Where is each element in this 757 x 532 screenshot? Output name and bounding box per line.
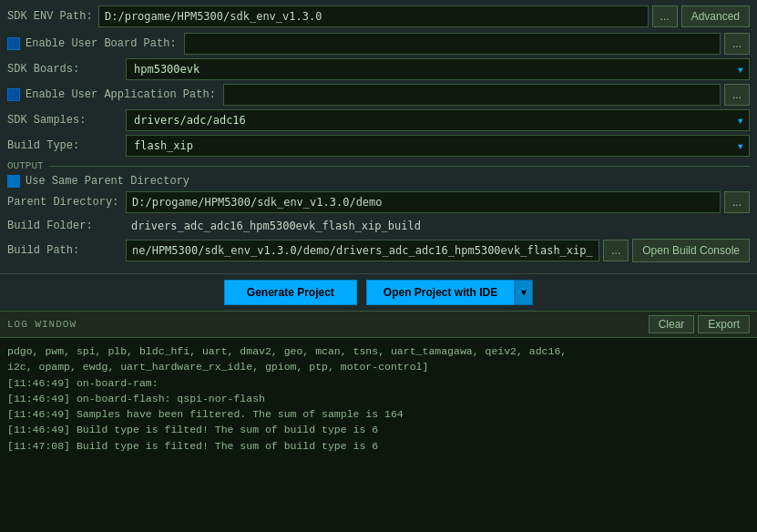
log-section: LOG WINDOW Clear Export pdgo, pwm, spi, …	[0, 311, 757, 532]
sdk-boards-label: SDK Boards:	[7, 63, 126, 76]
open-project-with-ide-button[interactable]: Open Project with IDE	[366, 280, 515, 305]
enable-user-board-row: Enable User Board Path: ...	[7, 33, 750, 55]
build-type-label: Build Type:	[7, 139, 126, 152]
user-board-browse-button[interactable]: ...	[724, 33, 750, 55]
advanced-button[interactable]: Advanced	[681, 5, 750, 27]
log-title: LOG WINDOW	[7, 319, 77, 330]
enable-user-app-row: Enable User Application Path: ...	[7, 84, 750, 106]
parent-directory-input[interactable]	[126, 191, 721, 213]
main-container: SDK ENV Path: ... Advanced Enable User B…	[0, 0, 757, 532]
sdk-samples-dropdown[interactable]: drivers/adc/adc16	[126, 109, 750, 131]
sdk-boards-dropdown-wrapper: hpm5300evk ▾	[126, 58, 750, 80]
build-type-dropdown[interactable]: flash_xip	[126, 135, 750, 157]
sdk-env-browse-button[interactable]: ...	[652, 5, 678, 27]
export-log-button[interactable]: Export	[698, 315, 750, 333]
parent-directory-row: Parent Directory: ...	[7, 191, 750, 213]
build-path-input[interactable]	[126, 240, 599, 261]
build-path-browse-button[interactable]: ...	[603, 240, 629, 261]
sdk-samples-dropdown-wrapper: drivers/adc/adc16 ▾	[126, 109, 750, 131]
enable-user-board-checkbox[interactable]	[7, 37, 20, 50]
log-content[interactable]: pdgo, pwm, spi, plb, bldc_hfi, uart, dma…	[0, 338, 757, 532]
parent-directory-browse-button[interactable]: ...	[724, 191, 750, 213]
log-actions: Clear Export	[649, 315, 750, 333]
log-line: [11:46:49] on-board-ram:	[7, 375, 750, 391]
sdk-boards-dropdown[interactable]: hpm5300evk	[126, 58, 750, 80]
output-header-line	[49, 166, 750, 167]
build-path-label: Build Path:	[7, 244, 126, 257]
open-ide-dropdown-button[interactable]: ▾	[515, 280, 533, 305]
output-title: OUTPUT	[7, 160, 44, 171]
log-line: i2c, opamp, ewdg, uart_hardware_rx_idle,…	[7, 359, 750, 374]
generate-project-button[interactable]: Generate Project	[224, 280, 357, 305]
build-folder-row: Build Folder: drivers_adc_adc16_hpm5300e…	[7, 217, 750, 235]
clear-log-button[interactable]: Clear	[649, 315, 695, 333]
build-type-dropdown-wrapper: flash_xip ▾	[126, 135, 750, 157]
sdk-boards-row: SDK Boards: hpm5300evk ▾	[7, 58, 750, 80]
sdk-env-input[interactable]	[98, 5, 649, 27]
log-line: [11:46:49] on-board-flash: qspi-nor-flas…	[7, 391, 750, 406]
use-same-parent-checkbox[interactable]	[7, 175, 20, 188]
enable-user-app-checkbox[interactable]	[7, 88, 20, 101]
action-row: Generate Project Open Project with IDE ▾	[0, 274, 757, 311]
enable-user-app-label[interactable]: Enable User Application Path:	[7, 88, 216, 101]
form-area: SDK ENV Path: ... Advanced Enable User B…	[0, 0, 757, 274]
log-line: [11:46:49] Samples have been filtered. T…	[7, 406, 750, 422]
log-line: pdgo, pwm, spi, plb, bldc_hfi, uart, dma…	[7, 343, 750, 359]
use-same-parent-row: Use Same Parent Directory	[7, 175, 750, 188]
sdk-env-row: SDK ENV Path: ... Advanced	[7, 5, 750, 27]
build-path-row: Build Path: ... Open Build Console	[7, 239, 750, 262]
build-type-row: Build Type: flash_xip ▾	[7, 135, 750, 157]
log-line: [11:46:49] Build type is filted! The sum…	[7, 422, 750, 437]
parent-directory-label: Parent Directory:	[7, 196, 126, 209]
sdk-samples-row: SDK Samples: drivers/adc/adc16 ▾	[7, 109, 750, 131]
log-header: LOG WINDOW Clear Export	[0, 312, 757, 338]
enable-user-board-label[interactable]: Enable User Board Path:	[7, 37, 177, 50]
build-folder-label: Build Folder:	[7, 220, 126, 232]
build-folder-value: drivers_adc_adc16_hpm5300evk_flash_xip_b…	[126, 217, 750, 235]
log-line: [11:47:08] Build type is filted! The sum…	[7, 438, 750, 454]
sdk-samples-label: SDK Samples:	[7, 114, 126, 127]
output-section-header: OUTPUT	[7, 160, 750, 171]
sdk-env-label: SDK ENV Path:	[7, 10, 98, 23]
user-app-browse-button[interactable]: ...	[724, 84, 750, 106]
open-build-console-button[interactable]: Open Build Console	[632, 239, 750, 262]
use-same-parent-label[interactable]: Use Same Parent Directory	[7, 175, 189, 188]
